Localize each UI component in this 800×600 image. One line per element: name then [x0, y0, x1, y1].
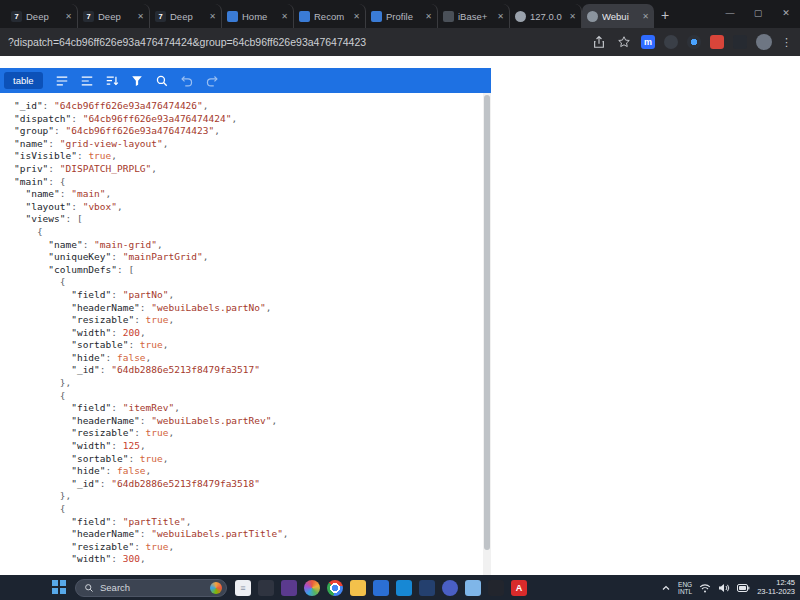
json-line: "headerName": "webuiLabels.partNo",: [14, 302, 483, 315]
wrap-lines-icon[interactable]: [51, 71, 74, 90]
vscode-icon[interactable]: [396, 580, 412, 596]
json-line: "name": "grid-view-layout",: [14, 138, 483, 151]
url-text[interactable]: ?dispatch=64cb96ff626e93a476474424&group…: [8, 36, 581, 48]
browser-tab[interactable]: iBase+✕: [438, 4, 510, 28]
battery-icon[interactable]: [737, 584, 750, 592]
menu-kebab-icon[interactable]: ⋮: [781, 36, 792, 49]
search-icon[interactable]: [151, 71, 174, 90]
address-bar-icons: m ⋮: [591, 34, 792, 50]
close-tab-icon[interactable]: ✕: [497, 12, 504, 21]
seven-favicon-icon: 7: [11, 11, 22, 22]
json-view: "_id": "64cb96ff626e93a476474426","dispa…: [0, 97, 483, 575]
tab-title: Webui: [602, 11, 638, 22]
teams-icon[interactable]: [442, 580, 458, 596]
app-light-icon[interactable]: ≡: [235, 580, 251, 596]
json-line: "field": "itemRev",: [14, 402, 483, 415]
app-blue-icon[interactable]: [373, 580, 389, 596]
browser-tab[interactable]: 7Deep✕: [150, 4, 222, 28]
browser-tab[interactable]: 7Deep✕: [6, 4, 78, 28]
json-line: "_id": "64db2886e5213f8479fa3517": [14, 364, 483, 377]
app-dark-icon[interactable]: [258, 580, 274, 596]
json-line: {: [14, 226, 483, 239]
taskbar-search-icon: [84, 583, 94, 593]
acrobat-icon[interactable]: A: [511, 580, 527, 596]
json-line: "_id": "64cb96ff626e93a476474426",: [14, 100, 483, 113]
undo-icon[interactable]: [176, 71, 199, 90]
close-tab-icon[interactable]: ✕: [281, 12, 288, 21]
extension-dark-circle-icon[interactable]: [664, 35, 678, 49]
app-purple-icon[interactable]: [281, 580, 297, 596]
extension-blue-dot-icon[interactable]: [687, 35, 701, 49]
json-line: "resizable": true,: [14, 314, 483, 327]
wifi-icon[interactable]: [699, 583, 711, 593]
extension-m-icon[interactable]: m: [641, 35, 655, 49]
seven-favicon-icon: 7: [155, 11, 166, 22]
close-window-button[interactable]: ✕: [772, 0, 800, 26]
close-tab-icon[interactable]: ✕: [642, 12, 649, 21]
bookmark-star-icon[interactable]: [616, 34, 632, 50]
scrollbar[interactable]: [483, 93, 491, 575]
close-tab-icon[interactable]: ✕: [137, 12, 144, 21]
browser-tab[interactable]: Profile✕: [366, 4, 438, 28]
app-skyblue-icon[interactable]: [465, 580, 481, 596]
browser-tab[interactable]: Home✕: [222, 4, 294, 28]
json-line: "main": {: [14, 176, 483, 189]
language-indicator[interactable]: ENG INTL: [678, 581, 692, 595]
tab-title: 127.0.0: [530, 11, 565, 22]
json-line: "sortable": true,: [14, 339, 483, 352]
browser-tab[interactable]: Recom✕: [294, 4, 366, 28]
volume-icon[interactable]: [718, 583, 730, 593]
clock-date: 23-11-2023: [757, 588, 795, 597]
close-tab-icon[interactable]: ✕: [209, 12, 216, 21]
scrollbar-thumb[interactable]: [484, 95, 490, 550]
browser-tab[interactable]: Webui✕: [582, 4, 654, 28]
doc-favicon-icon: [587, 11, 598, 22]
extension-red-icon[interactable]: [710, 35, 724, 49]
json-line: "resizable": true,: [14, 541, 483, 554]
json-line: "name": "main",: [14, 188, 483, 201]
json-line: "resizable": true,: [14, 427, 483, 440]
json-line: "group": "64cb96ff626e93a476474423",: [14, 125, 483, 138]
browser-tab[interactable]: 127.0.0✕: [510, 4, 582, 28]
json-line: "views": [: [14, 213, 483, 226]
minimize-button[interactable]: —: [716, 0, 744, 26]
blue-favicon-icon: [299, 11, 310, 22]
close-tab-icon[interactable]: ✕: [425, 12, 432, 21]
new-tab-button[interactable]: +: [654, 4, 676, 26]
close-tab-icon[interactable]: ✕: [353, 12, 360, 21]
photos-multicolor-icon[interactable]: [304, 580, 320, 596]
tabs: 7Deep✕7Deep✕7Deep✕Home✕Recom✕Profile✕iBa…: [6, 0, 654, 28]
json-line: {: [14, 503, 483, 516]
chrome-icon[interactable]: [327, 580, 343, 596]
tab-title: Home: [242, 11, 277, 22]
maximize-button[interactable]: ▢: [744, 0, 772, 26]
json-line: "_id": "64db2886e5213f8479fa3518": [14, 478, 483, 491]
browser-tab[interactable]: 7Deep✕: [78, 4, 150, 28]
sort-icon[interactable]: [101, 71, 124, 90]
tab-strip: 7Deep✕7Deep✕7Deep✕Home✕Recom✕Profile✕iBa…: [0, 0, 800, 28]
page-content: table "_id": "64cb96ff626e93a4: [0, 56, 800, 575]
align-lines-icon[interactable]: [76, 71, 99, 90]
search-highlight-icon: [210, 582, 222, 594]
folder-icon[interactable]: [350, 580, 366, 596]
json-line: "field": "partNo",: [14, 289, 483, 302]
share-icon[interactable]: [591, 34, 607, 50]
json-line: },: [14, 490, 483, 503]
language-line1: ENG: [678, 581, 692, 588]
profile-avatar[interactable]: [756, 34, 772, 50]
extension-black-icon[interactable]: [733, 35, 747, 49]
close-tab-icon[interactable]: ✕: [65, 12, 72, 21]
table-button[interactable]: table: [4, 72, 43, 89]
close-tab-icon[interactable]: ✕: [569, 12, 576, 21]
app-navy-icon[interactable]: [419, 580, 435, 596]
redo-icon[interactable]: [201, 71, 224, 90]
filter-icon[interactable]: [126, 71, 149, 90]
tab-title: Recom: [314, 11, 349, 22]
tray-expand-chevron-icon[interactable]: [661, 584, 671, 592]
json-line: "hide": false,: [14, 465, 483, 478]
windows-start-button[interactable]: [52, 580, 67, 595]
json-line: "dispatch": "64cb96ff626e93a476474424",: [14, 113, 483, 126]
taskbar-clock[interactable]: 12:45 23-11-2023: [757, 579, 795, 596]
taskbar-search[interactable]: Search: [75, 579, 227, 597]
app-black-icon[interactable]: [488, 580, 504, 596]
